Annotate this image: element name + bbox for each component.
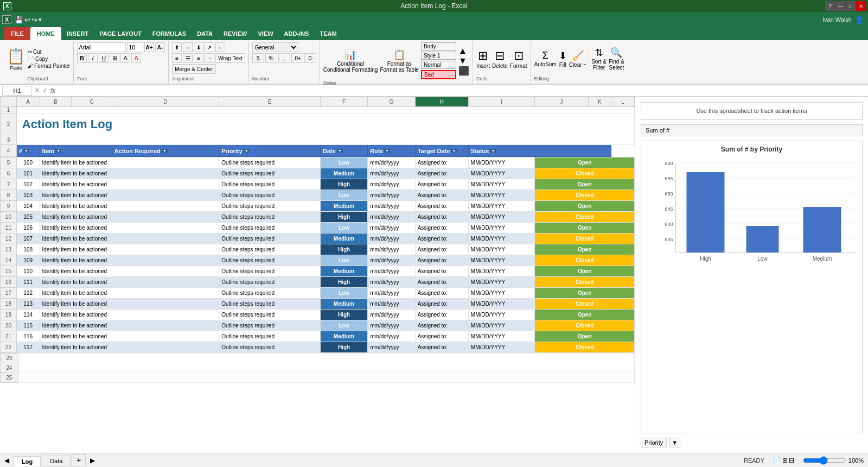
- bar-low[interactable]: [746, 226, 779, 253]
- comma-btn[interactable]: ,: [278, 53, 290, 63]
- sheet-tab-log[interactable]: Log: [14, 456, 41, 466]
- insert-btn[interactable]: ⊞ Insert: [476, 49, 490, 69]
- tab-view[interactable]: VIEW: [252, 27, 278, 40]
- cell-role[interactable]: Assigned to:: [415, 310, 468, 320]
- cell-status[interactable]: Closed: [535, 342, 635, 353]
- cell-target-date[interactable]: MM/DD/YYYY: [468, 320, 535, 331]
- cell-priority[interactable]: Medium: [320, 299, 367, 310]
- cell-item[interactable]: Identify item to be actioned: [40, 234, 219, 244]
- cell-num[interactable]: 106: [16, 223, 40, 234]
- cell-priority[interactable]: Low: [320, 320, 367, 331]
- cell-item[interactable]: Identify item to be actioned: [40, 244, 219, 255]
- cell-priority[interactable]: Low: [320, 223, 367, 234]
- cell-status[interactable]: Open: [535, 201, 635, 212]
- col-header-g[interactable]: G: [368, 97, 415, 107]
- formula-input[interactable]: [58, 87, 866, 94]
- cell-role[interactable]: Assigned to:: [415, 223, 468, 234]
- cell-priority[interactable]: High: [320, 212, 367, 223]
- font-increase-btn[interactable]: A+: [144, 42, 154, 52]
- cell-status[interactable]: Open: [535, 288, 635, 299]
- cell-status[interactable]: Closed: [535, 190, 635, 201]
- cell-priority[interactable]: Low: [320, 288, 367, 299]
- cell-target-date[interactable]: MM/DD/YYYY: [468, 157, 535, 168]
- undo-icon[interactable]: ↩: [24, 16, 30, 24]
- name-box[interactable]: [2, 86, 32, 96]
- cell-num[interactable]: 100: [16, 157, 40, 168]
- cell-priority[interactable]: Medium: [320, 331, 367, 342]
- cell-item[interactable]: Identify item to be actioned: [40, 190, 219, 201]
- cell-item[interactable]: Identify item to be actioned: [40, 179, 219, 190]
- cell-action[interactable]: Outline steps required: [219, 168, 321, 179]
- cell-priority[interactable]: High: [320, 244, 367, 255]
- cell-priority[interactable]: Low: [320, 157, 367, 168]
- cell-date[interactable]: mm/dd/yyyy: [368, 255, 415, 266]
- format-btn[interactable]: ⊡ Format: [510, 49, 527, 69]
- cell-target-date[interactable]: MM/DD/YYYY: [468, 299, 535, 310]
- tab-page-layout[interactable]: PAGE LAYOUT: [94, 27, 147, 40]
- cell-item[interactable]: Identify item to be actioned: [40, 201, 219, 212]
- cell-item[interactable]: Identify item to be actioned: [40, 277, 219, 288]
- cell-status[interactable]: Closed: [535, 168, 635, 179]
- align-middle-btn[interactable]: ↔: [183, 42, 193, 52]
- styles-scroll-up[interactable]: ▲: [458, 46, 469, 56]
- tab-review[interactable]: REVIEW: [218, 27, 252, 40]
- cell-item[interactable]: Identify item to be actioned: [40, 223, 219, 234]
- header-status[interactable]: Status ▼: [468, 145, 611, 157]
- cell-action[interactable]: Outline steps required: [219, 190, 321, 201]
- cell-role[interactable]: Assigned to:: [415, 331, 468, 342]
- header-priority[interactable]: Priority ▼: [219, 145, 321, 157]
- cell-item[interactable]: Identify item to be actioned: [40, 331, 219, 342]
- clear-btn[interactable]: 🧹 Clear ~: [569, 50, 587, 68]
- cell-role[interactable]: Assigned to:: [415, 244, 468, 255]
- tab-file[interactable]: FILE: [4, 27, 30, 40]
- cell-num[interactable]: 110: [16, 266, 40, 277]
- italic-btn[interactable]: I: [88, 53, 98, 63]
- cell-status[interactable]: Open: [535, 157, 635, 168]
- style1-style[interactable]: Style 1: [421, 52, 456, 60]
- cell-num[interactable]: 102: [16, 179, 40, 190]
- bar-high[interactable]: [687, 172, 725, 253]
- nav-left-btn[interactable]: ◀: [4, 457, 9, 464]
- cell-date[interactable]: mm/dd/yyyy: [368, 223, 415, 234]
- col-header-h[interactable]: H: [415, 97, 468, 107]
- conditional-formatting-btn[interactable]: 📊 Conditional Conditional Formatting: [323, 49, 378, 73]
- styles-scroll-down[interactable]: ▼: [458, 56, 469, 66]
- cell-role[interactable]: Assigned to:: [415, 190, 468, 201]
- bold-btn[interactable]: B: [77, 53, 87, 63]
- cell-date[interactable]: mm/dd/yyyy: [368, 266, 415, 277]
- format-as-table-btn[interactable]: 📋 Format as Format as Table: [380, 49, 419, 73]
- header-action[interactable]: Action Required ▼: [112, 145, 219, 157]
- cell-date[interactable]: mm/dd/yyyy: [368, 201, 415, 212]
- cell-date[interactable]: mm/dd/yyyy: [368, 320, 415, 331]
- cell-date[interactable]: mm/dd/yyyy: [368, 288, 415, 299]
- cell-priority[interactable]: High: [320, 277, 367, 288]
- sheet-tab-data[interactable]: Data: [42, 456, 71, 466]
- cell-date[interactable]: mm/dd/yyyy: [368, 299, 415, 310]
- col-header-a[interactable]: A: [16, 97, 40, 107]
- header-date[interactable]: Date ▼: [320, 145, 367, 157]
- cell-priority[interactable]: High: [320, 179, 367, 190]
- cell-num[interactable]: 116: [16, 331, 40, 342]
- col-header-l[interactable]: L: [611, 97, 635, 107]
- cell-role[interactable]: Assigned to:: [415, 157, 468, 168]
- cell-num[interactable]: 101: [16, 168, 40, 179]
- cell-date[interactable]: mm/dd/yyyy: [368, 190, 415, 201]
- cell-target-date[interactable]: MM/DD/YYYY: [468, 190, 535, 201]
- cell-status[interactable]: Closed: [535, 320, 635, 331]
- cell-status[interactable]: Open: [535, 179, 635, 190]
- align-top-btn[interactable]: ⬆: [172, 42, 182, 52]
- cell-priority[interactable]: Medium: [320, 234, 367, 244]
- cell-target-date[interactable]: MM/DD/YYYY: [468, 168, 535, 179]
- merge-center-btn[interactable]: Merge & Center: [172, 64, 216, 74]
- customize-icon[interactable]: ▾: [39, 16, 42, 23]
- increase-decimal-btn[interactable]: .0+: [291, 53, 303, 63]
- cell-num[interactable]: 114: [16, 310, 40, 320]
- outdent-btn[interactable]: →: [205, 53, 214, 63]
- cell-action[interactable]: Outline steps required: [219, 234, 321, 244]
- col-header-i[interactable]: I: [468, 97, 535, 107]
- cell-priority[interactable]: High: [320, 342, 367, 353]
- cell-status[interactable]: Open: [535, 223, 635, 234]
- nav-right-btn[interactable]: ▶: [90, 457, 95, 464]
- cell-target-date[interactable]: MM/DD/YYYY: [468, 201, 535, 212]
- tab-data[interactable]: DATA: [192, 27, 218, 40]
